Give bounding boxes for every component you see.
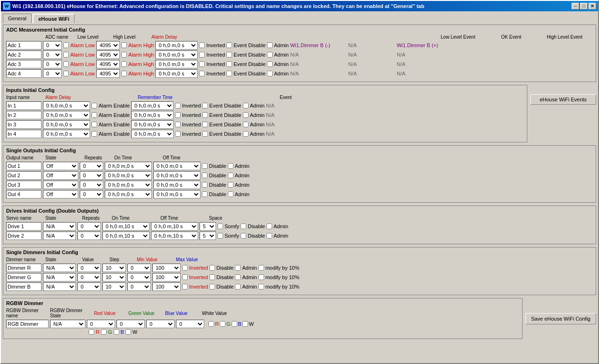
dimmer-modify-chk-2[interactable]: [258, 284, 264, 290]
dimmer-value-0[interactable]: 0: [77, 264, 101, 272]
dimmer-max-0[interactable]: 100: [152, 264, 181, 272]
adc-name-2[interactable]: [6, 60, 42, 68]
output-name-0[interactable]: [6, 162, 42, 170]
drive-off-0[interactable]: 0 h,0 m,10 s: [151, 222, 198, 231]
adc-admin-chk-2[interactable]: [267, 61, 273, 67]
output-off-0[interactable]: 0 h,0 m,0 s: [153, 162, 200, 170]
save-button[interactable]: Save eHouse WiFi Config: [525, 313, 596, 324]
dimmer-state-1[interactable]: N/A: [43, 273, 76, 281]
dimmer-inverted-chk-0[interactable]: [182, 265, 188, 271]
dimmer-admin-chk-0[interactable]: [235, 265, 241, 271]
adc-inverted-chk-3[interactable]: [199, 71, 205, 76]
dimmer-modify-chk-0[interactable]: [258, 265, 264, 271]
output-name-3[interactable]: [6, 190, 42, 199]
output-admin-chk-0[interactable]: [228, 163, 233, 169]
input-delay-2[interactable]: 0 h,0 m,0 s: [43, 120, 90, 129]
adc-alarm-high-chk-3[interactable]: [121, 71, 127, 76]
dimmer-value-2[interactable]: 0: [77, 282, 101, 291]
input-admin-chk-3[interactable]: [243, 131, 249, 137]
output-on-2[interactable]: 0 h,0 m,0 s: [105, 181, 152, 189]
adc-delay-3[interactable]: 0 h,0 m,0 s: [155, 69, 198, 78]
dimmer-disable-chk-2[interactable]: [209, 284, 215, 290]
drive-state-1[interactable]: N/A: [43, 232, 76, 240]
dimmer-min-2[interactable]: 0: [127, 282, 151, 291]
output-off-2[interactable]: 0 h,0 m,0 s: [153, 181, 200, 189]
drive-off-1[interactable]: 0 h,0 m,10 s: [151, 232, 198, 240]
ehouse-wifi-events-button[interactable]: eHouse WiFi Events: [530, 94, 596, 105]
input-evt-disable-chk-0[interactable]: [202, 103, 208, 108]
drive-on-1[interactable]: 0 h,0 m,10 s: [102, 232, 150, 240]
input-inverted-chk-2[interactable]: [175, 122, 181, 127]
output-on-1[interactable]: 0 h,0 m,0 s: [105, 171, 152, 180]
input-inverted-chk-3[interactable]: [175, 131, 181, 137]
input-remember-1[interactable]: 0 h,0 m,0 s: [131, 111, 174, 119]
dimmer-inverted-chk-2[interactable]: [182, 284, 188, 290]
input-name-0[interactable]: [6, 101, 42, 110]
input-evt-disable-chk-1[interactable]: [202, 112, 208, 118]
input-inverted-chk-0[interactable]: [175, 103, 181, 108]
maximize-button[interactable]: □: [580, 3, 588, 9]
output-name-2[interactable]: [6, 181, 42, 189]
rgbw-w-chk2[interactable]: [125, 329, 131, 335]
adc-delay-0[interactable]: 0 h,0 m,0 s: [155, 41, 198, 50]
rgbw-state[interactable]: N/A: [50, 320, 85, 328]
output-admin-chk-3[interactable]: [228, 191, 233, 197]
input-inverted-chk-1[interactable]: [175, 112, 181, 118]
rgbw-r-chk[interactable]: [208, 321, 214, 327]
rgbw-red[interactable]: 0: [87, 320, 115, 328]
input-alarm-enable-chk-2[interactable]: [92, 122, 97, 127]
tab-general[interactable]: General: [3, 14, 32, 23]
adc-delay-2[interactable]: 0 h,0 m,0 s: [155, 60, 198, 68]
dimmer-step-1[interactable]: 10: [102, 273, 126, 281]
adc-evt-disable-chk-2[interactable]: [226, 61, 232, 67]
drive-state-0[interactable]: N/A: [43, 222, 76, 231]
dimmer-name-2[interactable]: [6, 282, 42, 291]
dimmer-max-2[interactable]: 100: [152, 282, 181, 291]
drive-name-0[interactable]: [6, 222, 42, 231]
adc-high-2[interactable]: 4095: [96, 60, 120, 68]
drive-repeats-1[interactable]: 0: [77, 232, 101, 240]
rgbw-g-chk[interactable]: [220, 321, 225, 327]
rgbw-name[interactable]: [6, 320, 49, 328]
drive-admin-chk-1[interactable]: [266, 233, 272, 239]
adc-low-3[interactable]: 0: [43, 69, 62, 78]
adc-name-3[interactable]: [6, 69, 42, 78]
input-admin-chk-1[interactable]: [243, 112, 249, 118]
rgbw-green[interactable]: 0: [116, 320, 145, 328]
dimmer-name-1[interactable]: [6, 273, 42, 281]
adc-alarm-high-chk-2[interactable]: [121, 61, 127, 67]
adc-admin-chk-3[interactable]: [267, 71, 273, 76]
input-delay-3[interactable]: 0 h,0 m,0 s: [43, 130, 90, 138]
rgbw-r-chk2[interactable]: [89, 329, 94, 335]
adc-low-0[interactable]: 0: [43, 41, 62, 50]
drive-name-1[interactable]: [6, 232, 42, 240]
input-remember-0[interactable]: 0 h,0 m,0 s: [131, 101, 174, 110]
rgbw-b-chk2[interactable]: [114, 329, 119, 335]
adc-alarm-low-chk-0[interactable]: [63, 42, 69, 48]
adc-evt-disable-chk-0[interactable]: [226, 42, 232, 48]
dimmer-step-0[interactable]: 10: [102, 264, 126, 272]
input-evt-disable-chk-2[interactable]: [202, 122, 208, 127]
drive-admin-chk-0[interactable]: [266, 223, 272, 229]
output-repeats-2[interactable]: 0: [80, 181, 103, 189]
adc-alarm-low-chk-3[interactable]: [63, 71, 69, 76]
adc-low-1[interactable]: 0: [43, 50, 62, 59]
input-alarm-enable-chk-0[interactable]: [92, 103, 97, 108]
drive-somfy-chk-1[interactable]: [217, 233, 223, 239]
input-name-3[interactable]: [6, 130, 42, 138]
output-state-1[interactable]: Off: [43, 171, 78, 180]
drive-space-0[interactable]: 5: [200, 222, 216, 231]
rgbw-blue[interactable]: 0: [146, 320, 175, 328]
dimmer-admin-chk-1[interactable]: [235, 274, 241, 280]
output-disable-chk-2[interactable]: [202, 182, 208, 188]
input-admin-chk-2[interactable]: [243, 122, 249, 127]
adc-delay-1[interactable]: 0 h,0 m,0 s: [155, 50, 198, 59]
dimmer-max-1[interactable]: 100: [152, 273, 181, 281]
adc-evt-disable-chk-1[interactable]: [226, 52, 232, 58]
adc-admin-chk-1[interactable]: [267, 52, 273, 58]
output-disable-chk-1[interactable]: [202, 173, 208, 178]
drive-disable-chk-0[interactable]: [241, 223, 246, 229]
dimmer-min-0[interactable]: 0: [127, 264, 151, 272]
input-alarm-enable-chk-3[interactable]: [92, 131, 97, 137]
drive-repeats-0[interactable]: 0: [77, 222, 101, 231]
